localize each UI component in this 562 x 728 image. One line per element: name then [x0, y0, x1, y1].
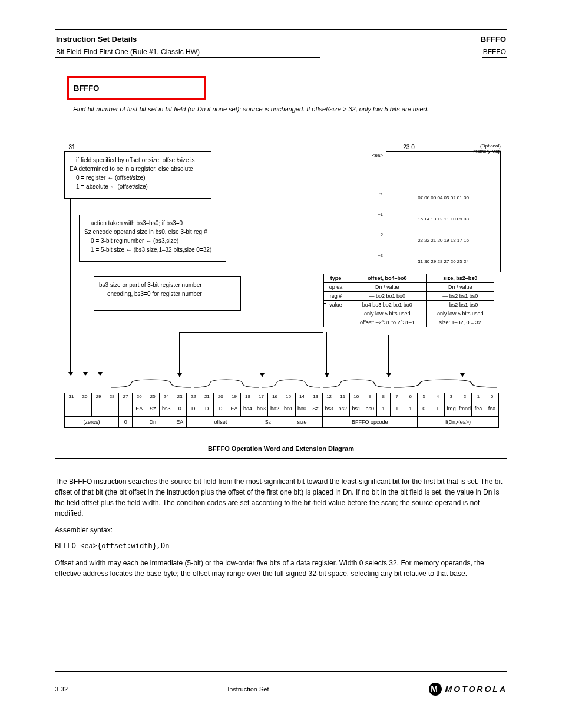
diagram-frame: BFFFO Find bit number of first bit set i…	[55, 70, 507, 459]
box2-line4: 1 = 5-bit size ← (bs3,size,1–32 bits,siz…	[84, 245, 221, 254]
prose-p3: Offset and width may each be immediate (…	[55, 558, 507, 579]
memmap-addr-1: +1	[348, 212, 383, 217]
brand-logo: M MOTOROLA	[429, 683, 507, 696]
instruction-name: BFFFO	[74, 84, 99, 93]
top-rule	[55, 29, 507, 30]
memmap-addr-2: +2	[348, 232, 383, 238]
header-subtitle-right: BFFFO	[482, 48, 507, 58]
instruction-name-box: BFFFO	[67, 76, 206, 100]
field-box-ea: if field specified by offset or size, of…	[64, 151, 211, 199]
box1-line1: if field specified by offset or size, of…	[70, 156, 206, 164]
arrow-ea-to-opword	[70, 199, 71, 375]
box2-line1: action taken with bs3–bs0; if bs3=0	[84, 219, 221, 228]
opword-labels: (zeros) 0 Dn EA offset Sz size BFFFO opc…	[65, 417, 499, 428]
prose-p1: The BFFFO instruction searches the sourc…	[55, 476, 507, 519]
box3-line2: encoding, bs3=0 for register number	[99, 289, 236, 298]
memory-map: 07 06 05 04 03 02 01 00 15 14 13 12 11 1…	[386, 151, 501, 272]
header-row-1: Instruction Set Details BFFFO	[55, 35, 507, 45]
field-box-bs3: bs3 size or part of 3-bit register numbe…	[94, 276, 241, 311]
prose-section: The BFFFO instruction searches the sourc…	[55, 476, 507, 579]
box1-line3: 0 = register ← (offset/size)	[70, 173, 206, 182]
memmap-addr-0: <ea>	[348, 153, 383, 158]
box1-line4: 1 = absolute ← (offset/size)	[70, 182, 206, 191]
box3-line1: bs3 size or part of 3-bit register numbe…	[99, 281, 236, 289]
box2-line3: 0 = 3-bit reg number ← (bs3,size)	[84, 236, 221, 245]
footer-center: Instruction Set	[68, 686, 429, 693]
brace-4	[323, 378, 391, 389]
footer-rule	[55, 671, 507, 672]
arrow-sz-to-opword	[85, 262, 85, 375]
opword-table: 31302928 27262524 23222120 19181716 1514…	[64, 393, 499, 428]
ff-th-1: offset, bo4–bo0	[348, 274, 427, 283]
memmap-addr-arrow: →	[348, 191, 383, 196]
brace-3	[262, 378, 320, 389]
memmap-row: 31 30 29 28 27 26 25 24	[386, 251, 500, 272]
memmap-row: 15 14 13 12 11 10 09 08	[386, 209, 500, 230]
header-title-right: BFFFO	[480, 35, 507, 45]
prose-p2: Assembler syntax:	[55, 525, 507, 535]
box2-line2: Sz encode operand size in bs0, else 3-bi…	[84, 228, 221, 236]
box1-line2: EA determined to be in a register, else …	[70, 164, 206, 173]
opword-bitvals: ———— —EASzbs3 0DDD EAbo4bo3bo2 bo1bo0Szb…	[65, 400, 499, 417]
instruction-desc: Find bit number of first bit set in bit …	[73, 106, 489, 113]
ff-th-2: size, bs2–bs0	[427, 274, 494, 283]
memmap-addr-3: +3	[348, 253, 383, 258]
footer-page-number: 3-32	[55, 686, 68, 693]
bit-label-31: 31	[66, 144, 78, 150]
header-subtitle-left: Bit Field Find First One (Rule #1, Class…	[55, 48, 320, 58]
arrow-bs3-to-opword	[100, 311, 100, 375]
brace-1	[111, 378, 191, 389]
memmap-row: 07 06 05 04 03 02 01 00	[386, 187, 500, 209]
ff-th-0: type	[324, 274, 348, 283]
field-box-sz: action taken with bs3–bs0; if bs3=0 Sz e…	[79, 215, 226, 262]
brace-5	[394, 378, 497, 389]
prose-code: BFFFO <ea>{offset:width},Dn	[55, 541, 507, 552]
header-title-left: Instruction Set Details	[55, 35, 267, 45]
diagram-caption: BFFFO Operation Word and Extension Diagr…	[55, 445, 507, 452]
field-function-table: type offset, bo4–bo0 size, bs2–bs0 op ea…	[323, 274, 494, 327]
page-footer: 3-32 Instruction Set M MOTOROLA	[55, 683, 507, 696]
brand-text: MOTOROLA	[445, 684, 507, 694]
brace-2	[194, 378, 259, 389]
opword-bitnums: 31302928 27262524 23222120 19181716 1514…	[65, 393, 499, 400]
header-row-2: Bit Field Find First One (Rule #1, Class…	[55, 48, 507, 58]
memmap-row: 23 22 21 20 19 18 17 16	[386, 230, 500, 251]
motorola-batwing-icon: M	[429, 683, 442, 696]
